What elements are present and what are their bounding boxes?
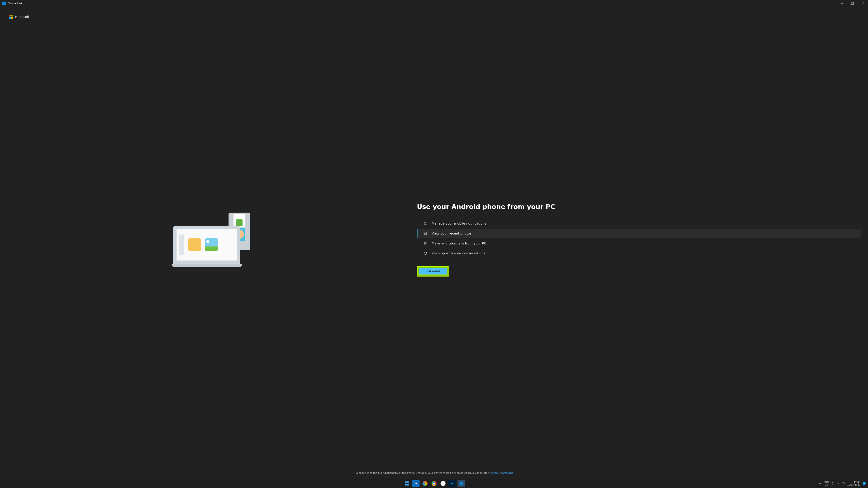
footer-note: To experience the full functionality of … — [0, 471, 868, 479]
bell-icon — [423, 222, 428, 225]
svg-point-8 — [426, 242, 426, 242]
notification-dot-icon — [863, 482, 866, 485]
svg-point-11 — [426, 243, 426, 243]
svg-rect-1 — [851, 2, 854, 4]
taskbar-app-photoshop[interactable]: Ps — [448, 480, 456, 487]
maximize-icon — [851, 2, 854, 5]
pitch-panel: Use your Android phone from your PC Mana… — [417, 203, 861, 276]
minimize-icon — [840, 2, 844, 5]
slack-icon: ✱ — [440, 481, 445, 486]
laptop-illustration — [174, 226, 240, 267]
taskbar-app-slack[interactable]: ✱ — [439, 480, 447, 487]
chevron-up-icon — [818, 482, 822, 485]
svg-point-5 — [425, 233, 425, 233]
svg-point-13 — [425, 244, 426, 245]
minimize-button[interactable] — [837, 0, 847, 7]
taskbar-app-phone-link[interactable] — [458, 480, 465, 487]
svg-point-14 — [426, 244, 426, 245]
photo-icon — [423, 232, 428, 235]
feature-label: Manage your mobile notifications — [432, 222, 486, 225]
close-icon — [861, 2, 864, 5]
svg-rect-16 — [407, 482, 409, 483]
chrome-icon — [432, 481, 436, 486]
language-indicator[interactable]: ENG US — [824, 481, 829, 486]
taskbar-app-generic-1[interactable] — [421, 480, 429, 487]
microsoft-word: Microsoft — [15, 15, 29, 19]
svg-point-6 — [424, 242, 425, 242]
hero-section: Use your Android phone from your PC Mana… — [0, 21, 868, 471]
svg-rect-17 — [405, 484, 407, 486]
phone-link-icon — [460, 482, 463, 485]
feature-calls[interactable]: Make and take calls from your PC — [417, 238, 861, 248]
dialpad-icon — [423, 241, 428, 245]
footer-text: To experience the full functionality of … — [355, 471, 490, 475]
svg-point-7 — [425, 242, 426, 242]
microsoft-brand: Microsoft — [0, 7, 868, 21]
titlebar: Phone Link — [0, 0, 868, 7]
windows-icon — [405, 481, 409, 486]
hero-title: Use your Android phone from your PC — [417, 203, 861, 210]
svg-point-10 — [425, 243, 426, 243]
app-title: Phone Link — [8, 2, 23, 5]
battery-icon — [842, 482, 845, 485]
svg-rect-22 — [842, 483, 844, 484]
tray-date: 10/05/2022 — [847, 484, 860, 486]
close-button[interactable] — [858, 0, 868, 7]
cta-highlight: Get started — [417, 266, 450, 276]
svg-rect-23 — [844, 483, 845, 483]
app-body: Microsoft — [0, 7, 868, 479]
photoshop-icon: Ps — [451, 482, 454, 485]
tray-battery[interactable] — [842, 482, 845, 486]
tray-wifi[interactable] — [831, 482, 834, 486]
svg-point-9 — [424, 243, 425, 243]
feature-list: Manage your mobile notifications View yo… — [417, 219, 861, 258]
feature-label: Make and take calls from your PC — [432, 241, 486, 245]
feature-notifications[interactable]: Manage your mobile notifications — [417, 219, 861, 228]
volume-mute-icon — [836, 482, 839, 485]
maximize-button[interactable] — [847, 0, 858, 7]
svg-point-12 — [424, 244, 425, 245]
start-button[interactable] — [403, 480, 410, 487]
svg-rect-15 — [405, 482, 407, 483]
tray-volume[interactable] — [836, 482, 839, 486]
app-icon — [2, 2, 6, 5]
feature-label: Keep up with your conversations — [432, 252, 485, 255]
feature-label: View your recent photos — [432, 232, 471, 235]
language-bottom: US — [824, 484, 829, 486]
feature-conversations[interactable]: Keep up with your conversations — [417, 249, 861, 258]
tray-time: 12:49 — [847, 481, 860, 484]
microsoft-logo-icon — [9, 15, 13, 19]
language-top: ENG — [824, 481, 829, 484]
privacy-link[interactable]: Privacy Statement — [490, 471, 513, 475]
svg-rect-18 — [407, 484, 409, 486]
chat-icon — [423, 252, 428, 255]
feature-photos[interactable]: View your recent photos — [417, 229, 861, 238]
get-started-button[interactable]: Get started — [419, 268, 447, 274]
hero-illustration — [7, 213, 417, 267]
outlook-icon: O — [415, 482, 417, 485]
taskbar-center: O ✱ Ps — [403, 480, 465, 487]
taskbar: O ✱ Ps ENG US — [0, 479, 868, 488]
taskbar-app-outlook[interactable]: O — [412, 480, 420, 487]
tray-notifications[interactable] — [863, 482, 866, 486]
tray-clock[interactable]: 12:49 10/05/2022 — [847, 481, 860, 486]
taskbar-app-chrome[interactable] — [430, 480, 438, 487]
tray-overflow-button[interactable] — [818, 482, 822, 486]
wifi-icon — [831, 482, 834, 485]
swirl-icon — [423, 481, 428, 486]
system-tray: ENG US 12:49 10/05/2022 — [818, 481, 868, 486]
